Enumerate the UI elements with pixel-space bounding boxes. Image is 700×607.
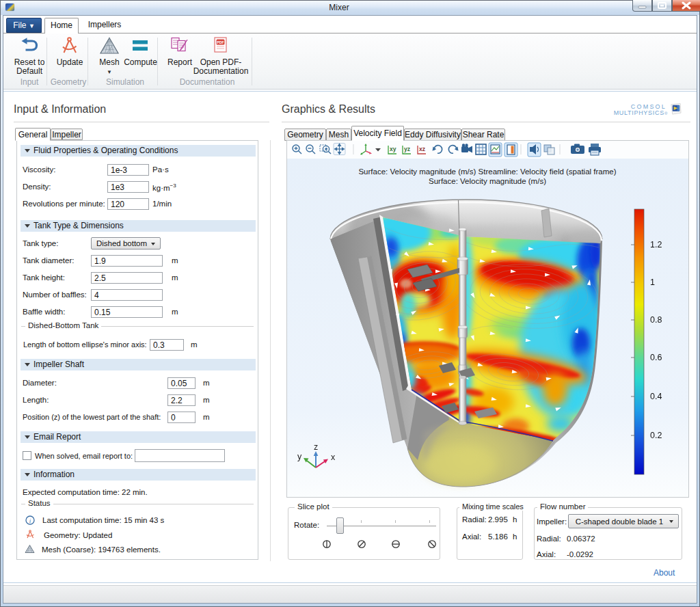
svg-text:xy: xy (390, 146, 396, 152)
svg-text:0.2: 0.2 (650, 431, 662, 440)
svg-text:x: x (331, 453, 336, 462)
svg-text:1.2: 1.2 (650, 240, 662, 249)
svg-text:0.6: 0.6 (650, 353, 662, 362)
svg-text:Surface: Velocity magnitude (m: Surface: Velocity magnitude (m/s) (429, 177, 546, 185)
svg-text:y: y (297, 452, 302, 461)
svg-text:z: z (314, 442, 318, 452)
svg-text:1: 1 (650, 278, 655, 287)
svg-text:PDF: PDF (217, 40, 224, 44)
svg-text:Surface: Velocity magnitude (m: Surface: Velocity magnitude (m/s) Stream… (358, 167, 616, 176)
svg-text:0.8: 0.8 (650, 315, 662, 325)
svg-text:0.4: 0.4 (650, 392, 662, 401)
svg-text:xz: xz (419, 146, 425, 152)
svg-text:yz: yz (404, 146, 410, 152)
